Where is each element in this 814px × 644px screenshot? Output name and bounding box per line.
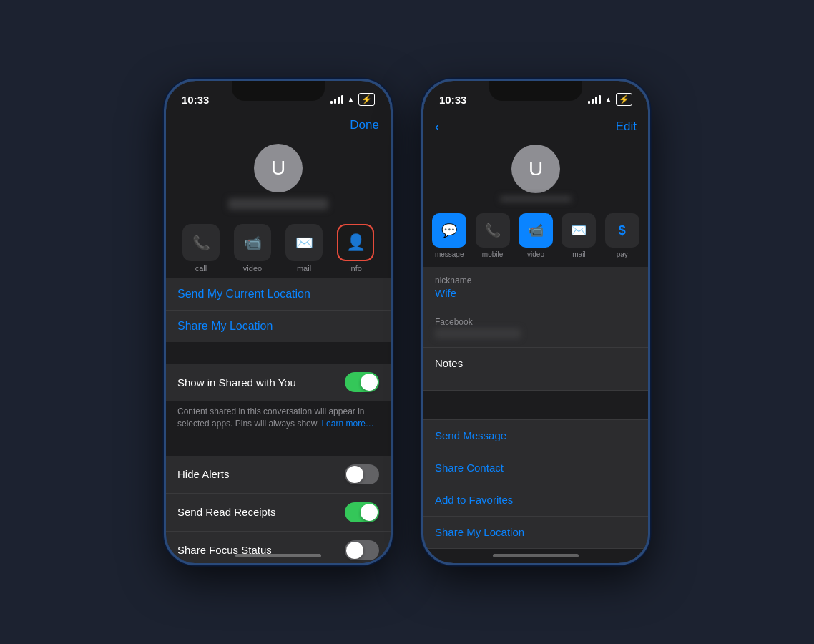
send-message-text: Send Message (435, 429, 506, 441)
message-label: message (435, 250, 464, 258)
send-read-receipts-label: Send Read Receipts (177, 506, 276, 518)
phone-1: 10:33 ▲ ⚡ Done (164, 79, 393, 565)
shared-with-you-toggle[interactable] (345, 372, 379, 392)
phone-2: 10:33 ▲ ⚡ ‹ Edit (421, 79, 650, 565)
battery-icon: ⚡ (358, 93, 375, 106)
edit-button[interactable]: Edit (616, 119, 637, 134)
contact-name-blur (500, 196, 572, 202)
wife-field-value: Wife (435, 287, 637, 299)
action-row-1: 📞 call 📹 video ✉️ mail (166, 218, 391, 278)
status-time-2: 10:33 (439, 94, 466, 106)
mail-icon[interactable]: ✉️ (285, 224, 323, 261)
hide-alerts-label: Hide Alerts (177, 468, 230, 480)
share-focus-item[interactable]: Share Focus Status (166, 532, 391, 563)
contact-action-items: Send Message Share Contact Add to Favori… (423, 419, 648, 549)
avatar-section-1: U (166, 138, 391, 218)
done-button[interactable]: Done (350, 118, 379, 132)
send-read-receipts-item[interactable]: Send Read Receipts (166, 494, 391, 532)
phone-2-scroll[interactable]: ‹ Edit U 💬 message (423, 112, 648, 563)
video-icon[interactable]: 📹 (234, 224, 271, 261)
status-bar-2: 10:33 ▲ ⚡ (423, 81, 648, 112)
phone-1-scroll[interactable]: Done U 📞 call (166, 112, 391, 563)
call-label: call (195, 264, 207, 273)
status-icons-2: ▲ ⚡ (588, 93, 632, 106)
video-btn-2[interactable]: 📹 video (517, 213, 554, 258)
share-location-text: Share My Location (177, 320, 273, 332)
scene: 10:33 ▲ ⚡ Done (0, 0, 814, 644)
mute-button (164, 167, 165, 190)
send-location-item[interactable]: Send My Current Location (166, 278, 391, 311)
contact-name-section: U (423, 140, 648, 209)
message-icon[interactable]: 💬 (432, 213, 466, 248)
share-focus-toggle[interactable] (345, 540, 379, 560)
share-location-item-2[interactable]: Share My Location (423, 517, 648, 549)
notes-label: Notes (435, 357, 637, 369)
mail-btn[interactable]: ✉️ mail (282, 224, 326, 273)
nav-header-1: Done (166, 112, 391, 138)
send-read-receipts-toggle[interactable] (345, 502, 379, 522)
status-icons-1: ▲ ⚡ (330, 93, 375, 106)
mail-btn-2[interactable]: ✉️ mail (560, 213, 597, 258)
wifi-icon: ▲ (347, 95, 355, 104)
power-button (391, 206, 393, 258)
phone-2-screen: 10:33 ▲ ⚡ ‹ Edit (423, 81, 648, 563)
learn-more-link[interactable]: Learn more… (321, 419, 373, 429)
notes-section[interactable]: Notes (423, 348, 648, 391)
message-btn[interactable]: 💬 message (431, 213, 468, 258)
mute-button-2 (421, 167, 423, 190)
video-icon-2[interactable]: 📹 (519, 213, 553, 248)
mail-label-2: mail (572, 250, 585, 258)
back-button[interactable]: ‹ (435, 118, 440, 135)
wife-field[interactable]: nickname Wife (423, 267, 648, 308)
shared-with-you-label: Show in Shared with You (177, 376, 296, 389)
volume-down-button (164, 244, 165, 281)
volume-up-button (164, 199, 165, 236)
signal-icon (330, 95, 343, 104)
status-bar-1: 10:33 ▲ ⚡ (166, 81, 391, 112)
info-icon[interactable]: 👤 (337, 224, 374, 261)
share-contact-item[interactable]: Share Contact (423, 452, 648, 484)
mobile-label: mobile (482, 250, 503, 258)
mobile-btn[interactable]: 📞 mobile (474, 213, 511, 258)
info-btn[interactable]: 👤 info (333, 224, 378, 273)
mail-icon-2[interactable]: ✉️ (562, 213, 596, 248)
video-btn[interactable]: 📹 video (230, 224, 275, 273)
volume-up-button-2 (421, 199, 423, 236)
phone-1-screen: 10:33 ▲ ⚡ Done (166, 81, 391, 563)
add-favorites-item[interactable]: Add to Favorites (423, 484, 648, 517)
wife-field-label: nickname (435, 275, 637, 286)
home-indicator-2 (493, 554, 579, 557)
hide-alerts-toggle[interactable] (345, 464, 379, 484)
status-time-1: 10:33 (182, 94, 209, 106)
shared-with-you-item[interactable]: Show in Shared with You (166, 364, 391, 401)
section-divider-1 (166, 342, 391, 364)
share-contact-text: Share Contact (435, 462, 504, 474)
power-button-2 (649, 206, 650, 258)
call-icon[interactable]: 📞 (182, 224, 220, 261)
wifi-icon-2: ▲ (604, 95, 612, 104)
pay-icon[interactable]: $ (605, 213, 639, 248)
facebook-field[interactable]: Facebook (423, 308, 648, 348)
video-label-2: video (527, 250, 544, 258)
facebook-field-label: Facebook (435, 317, 637, 327)
facebook-field-value-blur (435, 328, 521, 338)
section-divider-p2 (423, 391, 648, 412)
contact-action-row: 💬 message 📞 mobile 📹 vid (423, 209, 648, 267)
send-message-item[interactable]: Send Message (423, 419, 648, 452)
pay-label: pay (617, 250, 628, 258)
pay-btn[interactable]: $ pay (604, 213, 641, 258)
avatar-name-blur (228, 198, 328, 210)
battery-icon-2: ⚡ (616, 93, 632, 106)
mobile-icon[interactable]: 📞 (476, 213, 510, 248)
home-indicator-1 (235, 554, 321, 557)
call-btn[interactable]: 📞 call (179, 224, 223, 273)
send-location-text: Send My Current Location (177, 288, 310, 300)
section-divider-2 (166, 434, 391, 456)
volume-down-button-2 (421, 244, 423, 281)
share-location-item[interactable]: Share My Location (166, 311, 391, 342)
hide-alerts-item[interactable]: Hide Alerts (166, 456, 391, 494)
video-label: video (243, 264, 262, 273)
add-favorites-text: Add to Favorites (435, 494, 513, 506)
nav-header-2: ‹ Edit (423, 112, 648, 140)
location-section: Send My Current Location Share My Locati… (166, 278, 391, 342)
